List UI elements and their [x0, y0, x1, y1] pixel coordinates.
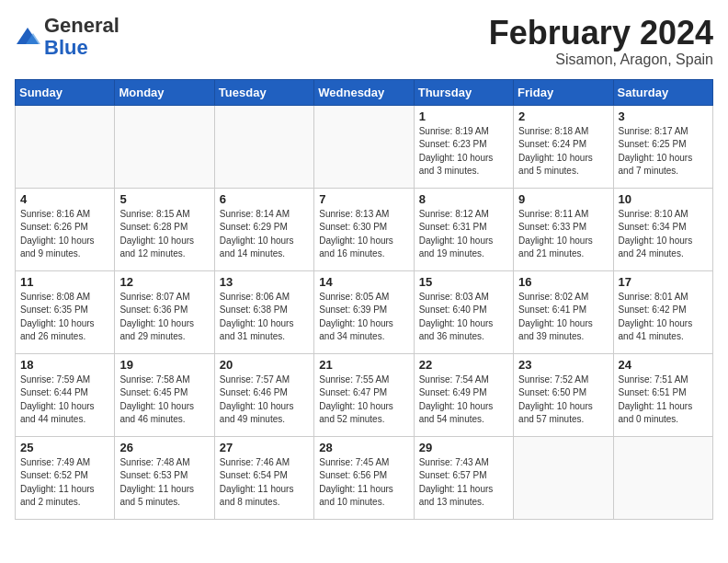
day-cell: 29Sunrise: 7:43 AM Sunset: 6:57 PM Dayli…: [414, 436, 513, 519]
day-info: Sunrise: 7:48 AM Sunset: 6:53 PM Dayligh…: [119, 456, 209, 510]
day-number: 17: [619, 275, 708, 289]
day-cell: 9Sunrise: 8:11 AM Sunset: 6:33 PM Daylig…: [514, 188, 613, 270]
month-year-title: February 2024: [489, 15, 713, 52]
day-cell: 11Sunrise: 8:08 AM Sunset: 6:35 PM Dayli…: [16, 270, 115, 353]
day-info: Sunrise: 8:07 AM Sunset: 6:36 PM Dayligh…: [119, 291, 209, 344]
day-number: 14: [319, 275, 408, 289]
day-number: 18: [20, 358, 109, 372]
day-cell: 10Sunrise: 8:10 AM Sunset: 6:34 PM Dayli…: [613, 188, 712, 270]
day-cell: 18Sunrise: 7:59 AM Sunset: 6:44 PM Dayli…: [16, 353, 115, 436]
page-header: General Blue February 2024 Sisamon, Arag…: [15, 15, 713, 68]
day-info: Sunrise: 8:08 AM Sunset: 6:35 PM Dayligh…: [20, 291, 109, 344]
location-subtitle: Sisamon, Aragon, Spain: [489, 52, 713, 68]
title-block: February 2024 Sisamon, Aragon, Spain: [489, 15, 713, 68]
week-row-5: 25Sunrise: 7:49 AM Sunset: 6:52 PM Dayli…: [16, 436, 713, 519]
day-info: Sunrise: 8:06 AM Sunset: 6:38 PM Dayligh…: [220, 291, 309, 344]
day-number: 16: [518, 275, 608, 289]
day-cell: [314, 105, 414, 188]
day-cell: 3Sunrise: 8:17 AM Sunset: 6:25 PM Daylig…: [613, 105, 712, 188]
col-header-sunday: Sunday: [16, 79, 115, 105]
day-number: 23: [518, 358, 608, 372]
day-info: Sunrise: 8:13 AM Sunset: 6:30 PM Dayligh…: [319, 208, 408, 261]
day-number: 20: [220, 358, 309, 372]
day-cell: 20Sunrise: 7:57 AM Sunset: 6:46 PM Dayli…: [214, 353, 313, 436]
day-info: Sunrise: 7:59 AM Sunset: 6:44 PM Dayligh…: [20, 373, 109, 427]
day-cell: [214, 105, 313, 188]
day-number: 9: [518, 192, 608, 206]
day-info: Sunrise: 8:03 AM Sunset: 6:40 PM Dayligh…: [419, 291, 508, 344]
day-cell: 2Sunrise: 8:18 AM Sunset: 6:24 PM Daylig…: [514, 105, 613, 188]
day-cell: 5Sunrise: 8:15 AM Sunset: 6:28 PM Daylig…: [115, 188, 214, 270]
day-cell: 4Sunrise: 8:16 AM Sunset: 6:26 PM Daylig…: [16, 188, 115, 270]
day-cell: 24Sunrise: 7:51 AM Sunset: 6:51 PM Dayli…: [613, 353, 712, 436]
day-number: 19: [119, 358, 209, 372]
day-info: Sunrise: 8:14 AM Sunset: 6:29 PM Dayligh…: [220, 208, 309, 261]
day-info: Sunrise: 8:01 AM Sunset: 6:42 PM Dayligh…: [619, 291, 708, 344]
day-cell: 17Sunrise: 8:01 AM Sunset: 6:42 PM Dayli…: [613, 270, 712, 353]
day-info: Sunrise: 7:52 AM Sunset: 6:50 PM Dayligh…: [518, 373, 608, 427]
day-cell: 28Sunrise: 7:45 AM Sunset: 6:56 PM Dayli…: [314, 436, 414, 519]
day-info: Sunrise: 7:46 AM Sunset: 6:54 PM Dayligh…: [220, 456, 309, 510]
day-number: 1: [419, 109, 508, 123]
day-number: 26: [119, 441, 209, 454]
col-header-monday: Monday: [115, 79, 214, 105]
week-row-2: 4Sunrise: 8:16 AM Sunset: 6:26 PM Daylig…: [16, 188, 713, 270]
day-cell: 6Sunrise: 8:14 AM Sunset: 6:29 PM Daylig…: [214, 188, 313, 270]
day-info: Sunrise: 8:02 AM Sunset: 6:41 PM Dayligh…: [518, 291, 608, 344]
day-cell: 12Sunrise: 8:07 AM Sunset: 6:36 PM Dayli…: [115, 270, 214, 353]
day-number: 8: [419, 192, 508, 206]
day-cell: 16Sunrise: 8:02 AM Sunset: 6:41 PM Dayli…: [514, 270, 613, 353]
logo-icon: [15, 24, 40, 50]
logo-blue-text: Blue: [44, 36, 88, 59]
logo-general-text: General: [44, 14, 119, 37]
day-info: Sunrise: 8:11 AM Sunset: 6:33 PM Dayligh…: [518, 208, 608, 261]
day-number: 28: [319, 441, 408, 454]
day-info: Sunrise: 7:55 AM Sunset: 6:47 PM Dayligh…: [319, 373, 408, 427]
day-number: 3: [619, 109, 708, 123]
day-number: 21: [319, 358, 408, 372]
day-number: 5: [119, 192, 209, 206]
day-info: Sunrise: 8:19 AM Sunset: 6:23 PM Dayligh…: [419, 125, 508, 178]
day-info: Sunrise: 8:17 AM Sunset: 6:25 PM Dayligh…: [619, 125, 708, 178]
col-header-saturday: Saturday: [613, 79, 712, 105]
day-number: 4: [20, 192, 109, 206]
day-cell: 19Sunrise: 7:58 AM Sunset: 6:45 PM Dayli…: [115, 353, 214, 436]
col-header-wednesday: Wednesday: [314, 79, 414, 105]
day-info: Sunrise: 8:15 AM Sunset: 6:28 PM Dayligh…: [119, 208, 209, 261]
day-number: 22: [419, 358, 508, 372]
day-info: Sunrise: 7:57 AM Sunset: 6:46 PM Dayligh…: [220, 373, 309, 427]
day-cell: 25Sunrise: 7:49 AM Sunset: 6:52 PM Dayli…: [16, 436, 115, 519]
day-cell: 27Sunrise: 7:46 AM Sunset: 6:54 PM Dayli…: [214, 436, 313, 519]
day-info: Sunrise: 7:43 AM Sunset: 6:57 PM Dayligh…: [419, 456, 508, 510]
week-row-1: 1Sunrise: 8:19 AM Sunset: 6:23 PM Daylig…: [16, 105, 713, 188]
day-cell: 1Sunrise: 8:19 AM Sunset: 6:23 PM Daylig…: [414, 105, 513, 188]
day-cell: [115, 105, 214, 188]
day-number: 7: [319, 192, 408, 206]
header-row: SundayMondayTuesdayWednesdayThursdayFrid…: [16, 79, 713, 105]
day-cell: 26Sunrise: 7:48 AM Sunset: 6:53 PM Dayli…: [115, 436, 214, 519]
col-header-thursday: Thursday: [414, 79, 513, 105]
day-number: 13: [220, 275, 309, 289]
day-cell: 15Sunrise: 8:03 AM Sunset: 6:40 PM Dayli…: [414, 270, 513, 353]
week-row-4: 18Sunrise: 7:59 AM Sunset: 6:44 PM Dayli…: [16, 353, 713, 436]
day-cell: 14Sunrise: 8:05 AM Sunset: 6:39 PM Dayli…: [314, 270, 414, 353]
day-info: Sunrise: 7:54 AM Sunset: 6:49 PM Dayligh…: [419, 373, 508, 427]
week-row-3: 11Sunrise: 8:08 AM Sunset: 6:35 PM Dayli…: [16, 270, 713, 353]
day-number: 10: [619, 192, 708, 206]
day-number: 11: [20, 275, 109, 289]
day-number: 12: [119, 275, 209, 289]
day-info: Sunrise: 8:05 AM Sunset: 6:39 PM Dayligh…: [319, 291, 408, 344]
day-number: 27: [220, 441, 309, 454]
day-cell: 13Sunrise: 8:06 AM Sunset: 6:38 PM Dayli…: [214, 270, 313, 353]
day-number: 2: [518, 109, 608, 123]
day-number: 6: [220, 192, 309, 206]
day-cell: 22Sunrise: 7:54 AM Sunset: 6:49 PM Dayli…: [414, 353, 513, 436]
day-cell: [514, 436, 613, 519]
col-header-friday: Friday: [514, 79, 613, 105]
day-number: 29: [419, 441, 508, 454]
day-info: Sunrise: 8:12 AM Sunset: 6:31 PM Dayligh…: [419, 208, 508, 261]
day-info: Sunrise: 8:18 AM Sunset: 6:24 PM Dayligh…: [518, 125, 608, 178]
day-info: Sunrise: 8:10 AM Sunset: 6:34 PM Dayligh…: [619, 208, 708, 261]
col-header-tuesday: Tuesday: [214, 79, 313, 105]
day-info: Sunrise: 7:58 AM Sunset: 6:45 PM Dayligh…: [119, 373, 209, 427]
